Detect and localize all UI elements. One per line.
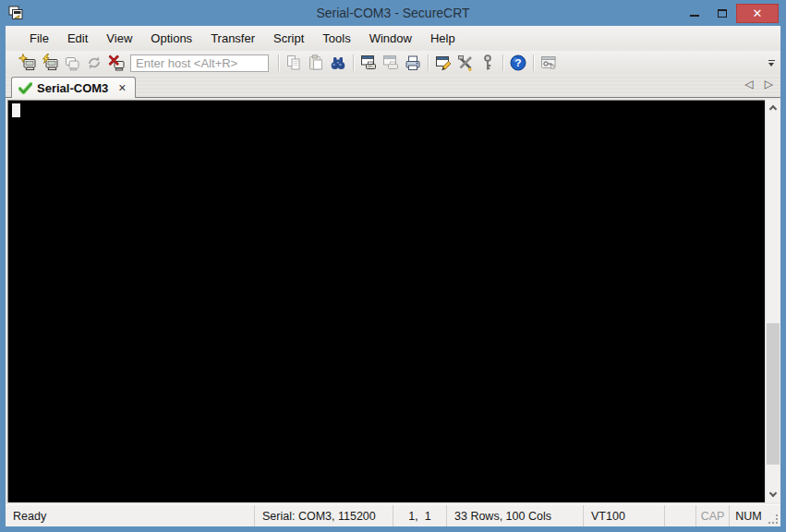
menu-view[interactable]: View xyxy=(97,28,141,49)
connect-in-tab-button[interactable] xyxy=(61,53,83,73)
menubar: File Edit View Options Transfer Script T… xyxy=(6,26,780,51)
minimize-button[interactable] xyxy=(681,4,708,23)
menu-file[interactable]: File xyxy=(20,28,58,49)
quick-connect-button[interactable] xyxy=(39,53,61,73)
toolbar-separator xyxy=(428,54,429,71)
disconnect-button[interactable] xyxy=(105,53,127,73)
menu-tools[interactable]: Tools xyxy=(313,28,359,49)
status-grid-size: 33 Rows, 100 Cols xyxy=(446,505,583,526)
reconnect-icon xyxy=(85,54,103,72)
menu-script[interactable]: Script xyxy=(264,28,313,49)
print-screen-button[interactable] xyxy=(357,53,380,73)
paste-icon xyxy=(307,54,325,72)
toolbar-separator xyxy=(502,54,503,71)
secure-agent-button[interactable] xyxy=(538,53,560,73)
toolbar-separator xyxy=(353,54,354,71)
find-button[interactable] xyxy=(327,53,349,73)
scroll-down-button[interactable] xyxy=(766,487,780,502)
reconnect-button[interactable] xyxy=(83,53,105,73)
connected-check-icon xyxy=(18,82,32,94)
status-num-indicator: NUM xyxy=(729,505,768,526)
menu-transfer[interactable]: Transfer xyxy=(201,28,264,49)
key-agent-icon xyxy=(478,54,497,72)
status-serial-connection: Serial: COM3, 115200 xyxy=(254,505,393,526)
find-icon xyxy=(329,54,347,72)
connect-button[interactable] xyxy=(17,53,39,73)
tab-scroll-right-icon[interactable]: ▷ xyxy=(765,78,773,91)
host-input[interactable] xyxy=(130,54,269,72)
key-agent-button[interactable] xyxy=(477,53,499,73)
minimize-icon xyxy=(690,15,699,17)
tab-serial-com3[interactable]: Serial-COM3 × xyxy=(11,77,136,98)
tab-label: Serial-COM3 xyxy=(37,81,108,95)
scrollbar-track[interactable] xyxy=(766,115,780,487)
print-setup-button[interactable] xyxy=(380,53,402,73)
menu-help[interactable]: Help xyxy=(421,28,465,49)
print-icon xyxy=(404,54,422,72)
global-options-button[interactable] xyxy=(454,53,477,73)
menu-edit[interactable]: Edit xyxy=(58,28,97,49)
titlebar: Serial-COM3 - SecureCRT ✕ xyxy=(6,0,780,26)
menu-window[interactable]: Window xyxy=(360,28,421,49)
toolbar-overflow-icon xyxy=(768,60,775,61)
scroll-up-button[interactable] xyxy=(766,100,780,115)
status-spacer xyxy=(664,505,695,526)
print-button[interactable] xyxy=(402,53,424,73)
app-icon[interactable] xyxy=(8,6,24,21)
help-button[interactable]: ? xyxy=(507,53,529,73)
maximize-icon xyxy=(718,9,727,18)
close-button[interactable]: ✕ xyxy=(736,4,779,23)
resize-grip-icon xyxy=(768,514,779,525)
toolbar-separator xyxy=(278,54,279,71)
toolbar-overflow-button[interactable] xyxy=(765,55,778,70)
print-screen-icon xyxy=(359,54,378,72)
close-icon: ✕ xyxy=(753,6,763,20)
terminal-row xyxy=(6,98,780,504)
secure-agent-icon xyxy=(539,54,558,72)
svg-text:?: ? xyxy=(514,57,521,68)
status-emulation: VT100 xyxy=(583,505,664,526)
connect-in-tab-icon xyxy=(63,54,81,72)
tabbar: Serial-COM3 × ◁ ▷ xyxy=(6,75,780,98)
session-options-button[interactable] xyxy=(432,53,454,73)
connect-icon xyxy=(18,54,37,72)
toolbar: ? xyxy=(6,51,780,75)
status-ready: Ready xyxy=(6,505,254,526)
vertical-scrollbar[interactable] xyxy=(765,100,780,502)
tab-close-icon[interactable]: × xyxy=(118,81,126,94)
menu-options[interactable]: Options xyxy=(141,28,201,49)
status-cursor-position: 1, 1 xyxy=(393,505,446,526)
print-setup-icon xyxy=(381,54,400,72)
copy-button[interactable] xyxy=(283,53,305,73)
scrollbar-thumb[interactable] xyxy=(767,323,780,465)
terminal-screen[interactable] xyxy=(7,100,765,502)
session-options-icon xyxy=(434,54,453,72)
status-caps-indicator: CAP xyxy=(695,505,729,526)
toolbar-separator xyxy=(533,54,534,71)
chevron-down-icon xyxy=(769,490,777,497)
resize-grip[interactable] xyxy=(768,505,780,526)
chevron-up-icon xyxy=(769,105,777,113)
paste-button[interactable] xyxy=(305,53,327,73)
window-controls: ✕ xyxy=(681,0,780,26)
disconnect-icon xyxy=(107,54,126,72)
terminal-cursor xyxy=(12,103,20,117)
statusbar: Ready Serial: COM3, 115200 1, 1 33 Rows,… xyxy=(6,504,780,526)
help-icon: ? xyxy=(509,54,527,72)
global-options-icon xyxy=(456,54,475,72)
window-title: Serial-COM3 - SecureCRT xyxy=(6,6,780,20)
copy-icon xyxy=(284,54,303,72)
securecrt-window: Serial-COM3 - SecureCRT ✕ File Edit View… xyxy=(0,0,786,532)
quick-connect-icon xyxy=(41,54,59,72)
maximize-button[interactable] xyxy=(708,4,736,23)
tab-scroll-left-icon[interactable]: ◁ xyxy=(745,78,754,91)
tab-scroll-buttons: ◁ ▷ xyxy=(745,78,773,91)
